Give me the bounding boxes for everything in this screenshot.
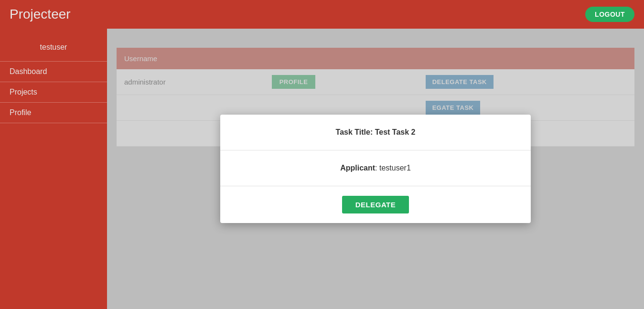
logout-button[interactable]: LOGOUT — [585, 7, 634, 22]
sidebar-username: testuser — [40, 43, 67, 52]
app-title: Projecteer — [10, 7, 71, 22]
applicant-label: Applicant — [340, 164, 375, 172]
delegate-confirm-button[interactable]: DELEGATE — [342, 196, 409, 213]
modal-task-title-section: Task Title: Test Task 2 — [220, 115, 531, 150]
modal-overlay: Task Title: Test Task 2 Applicant: testu… — [107, 29, 644, 309]
applicant-value: testuser1 — [379, 164, 411, 172]
modal-applicant-section: Applicant: testuser1 — [220, 150, 531, 186]
navbar: Projecteer LOGOUT — [0, 0, 644, 29]
sidebar-item-projects[interactable]: Projects — [0, 82, 107, 103]
delegate-task-modal: Task Title: Test Task 2 Applicant: testu… — [220, 115, 531, 223]
task-title-label: Task Title: — [336, 128, 373, 136]
modal-action-section: DELEGATE — [220, 186, 531, 223]
sidebar: testuser Dashboard Projects Profile — [0, 29, 107, 309]
sidebar-nav: Dashboard Projects Profile — [0, 62, 107, 123]
content-area: Username administrator PROFILE DELEGATE … — [107, 29, 644, 309]
sidebar-item-profile[interactable]: Profile — [0, 103, 107, 123]
sidebar-item-dashboard[interactable]: Dashboard — [0, 62, 107, 82]
task-title-text: Test Task 2 — [375, 128, 416, 136]
modal-applicant: Applicant: testuser1 — [340, 164, 411, 172]
main-layout: testuser Dashboard Projects Profile User… — [0, 29, 644, 309]
modal-task-title: Task Title: Test Task 2 — [336, 128, 416, 136]
